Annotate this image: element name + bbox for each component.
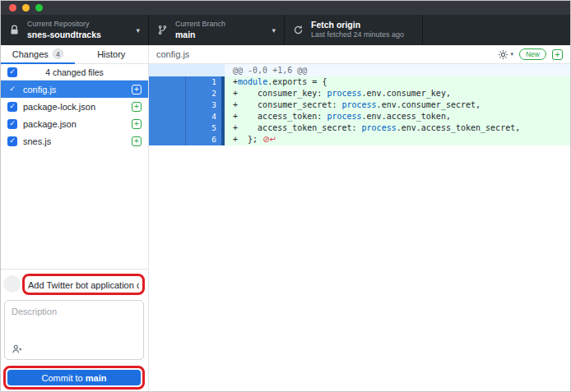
file-row[interactable]: ✓ config.js + [1,81,148,98]
hunk-header-text: @@ -0,0 +1,6 @@ [225,64,570,76]
commit-button-branch: main [86,373,107,383]
diff-line[interactable]: 4 + access_token: process.env.access_tok… [149,111,570,122]
chevron-down-icon: ▾ [260,26,276,35]
lock-icon [9,25,20,35]
file-list: ✓ config.js + ✓ package-lock.json + ✓ pa… [1,81,148,150]
diff-line[interactable]: 3 + consumer_secret: process.env.consume… [149,99,570,111]
avatar [3,275,21,293]
diff-gutter-old[interactable] [149,99,185,111]
close-window-button[interactable] [9,4,16,12]
diff-line-code: + }; ⊘↵ [225,134,570,145]
repository-name: snes-soundtracks [27,30,101,40]
added-file-icon: + [552,49,563,60]
diff-line-code: + access_token_secret: process.env.acces… [225,122,570,134]
diff-gutter-old[interactable] [149,122,185,134]
sidebar-spacer [1,150,148,269]
diff-line-code: + access_token: process.env.access_token… [225,111,570,122]
repository-label: Current Repository [27,20,101,29]
diff-line[interactable]: 1 +module.exports = { [149,76,570,88]
diff-line-number[interactable]: 1 [185,76,221,88]
check-icon: ✓ [9,68,16,76]
diff-line[interactable]: 5 + access_token_secret: process.env.acc… [149,122,570,134]
file-row[interactable]: ✓ snes.js + [1,132,148,150]
file-name: package.json [23,119,126,129]
fetch-origin-label: Fetch origin [311,20,404,30]
changed-files-header: ✓ 4 changed files [1,64,148,81]
file-checkbox[interactable]: ✓ [7,102,17,112]
chevron-down-icon: ▾ [124,26,140,35]
toolbar: Current Repository snes-soundtracks ▾ Cu… [1,15,570,45]
commit-description-input[interactable] [5,301,143,342]
check-icon: ✓ [9,103,16,110]
diff-gutter-old[interactable] [149,88,185,99]
check-icon: ✓ [9,120,16,127]
diff-lines: 1 +module.exports = { 2 + consumer_key: … [149,76,570,145]
tab-changes-label: Changes [12,49,49,59]
file-added-icon: + [132,85,142,95]
select-all-checkbox[interactable]: ✓ [7,67,17,77]
diff-header: config.js ▾ New + [149,45,570,64]
changed-files-count: 4 changed files [45,67,104,77]
minimize-window-button[interactable] [22,4,30,12]
file-added-icon: + [132,119,142,129]
hunk-header-row[interactable]: @@ -0,0 +1,6 @@ [149,64,570,76]
file-checkbox[interactable]: ✓ [7,119,17,129]
branch-label: Current Branch [175,20,225,29]
maximize-window-button[interactable] [35,4,43,12]
file-added-icon: + [132,102,142,112]
titlebar [1,1,570,15]
diff-line-number[interactable]: 3 [185,99,221,111]
changes-sidebar: Changes 4 History ✓ 4 changed files ✓ co… [1,45,149,392]
diff-line-number[interactable]: 4 [185,111,221,122]
diff-line-number[interactable]: 5 [185,122,221,134]
file-added-icon: + [132,136,142,146]
diff-pane: config.js ▾ New + @@ -0,0 +1,6 @@ 1 [149,45,570,392]
commit-description-box [4,300,144,360]
current-branch-dropdown[interactable]: Current Branch main ▾ [149,15,285,45]
diff-line-number[interactable]: 2 [185,88,221,99]
diff-file-name: config.js [156,49,498,59]
hunk-gutter [149,64,225,76]
diff-options-button[interactable]: ▾ [498,49,513,60]
annotation-commit-highlight: Commit to main [3,366,145,390]
diff-line[interactable]: 2 + consumer_key: process.env.consumer_k… [149,88,570,99]
diff-line-number[interactable]: 6 [185,134,221,145]
diff-line-code: + consumer_secret: process.env.consumer_… [225,99,570,111]
commit-form: Commit to main [1,269,148,392]
commit-to-main-button[interactable]: Commit to main [7,370,141,385]
file-name: snes.js [23,136,126,146]
tab-history-label: History [97,49,125,59]
new-file-badge: New [519,48,546,60]
file-name: config.js [23,85,126,95]
file-row[interactable]: ✓ package-lock.json + [1,98,148,115]
tab-history[interactable]: History [75,45,149,64]
annotation-summary-highlight [22,274,145,295]
tab-changes[interactable]: Changes 4 [1,45,75,64]
changes-count-badge: 4 [53,48,63,59]
github-desktop-window: Current Repository snes-soundtracks ▾ Cu… [0,0,571,392]
commit-summary-input[interactable] [28,280,139,290]
diff-line[interactable]: 6 + }; ⊘↵ [149,134,570,145]
diff-line-code: + consumer_key: process.env.consumer_key… [225,88,570,99]
diff-gutter-old[interactable] [149,134,185,145]
file-checkbox[interactable]: ✓ [7,85,17,95]
gear-icon [498,49,508,60]
current-repository-dropdown[interactable]: Current Repository snes-soundtracks ▾ [1,15,149,45]
branch-name: main [175,30,225,40]
git-branch-icon [157,25,168,35]
diff-body: @@ -0,0 +1,6 @@ 1 +module.exports = { 2 … [149,64,570,145]
diff-gutter-old[interactable] [149,76,185,88]
diff-gutter-old[interactable] [149,111,185,122]
file-checkbox[interactable]: ✓ [7,136,17,146]
file-row[interactable]: ✓ package.json + [1,115,148,132]
chevron-down-icon: ▾ [510,51,513,58]
sync-icon [293,25,304,35]
check-icon: ✓ [9,137,16,145]
fetch-origin-button[interactable]: Fetch origin Last fetched 24 minutes ago [285,15,423,45]
add-coauthor-icon[interactable] [12,344,23,355]
toolbar-spacer [423,15,570,45]
sidebar-tabs: Changes 4 History [1,45,148,64]
check-icon: ✓ [9,85,16,93]
last-fetched-status: Last fetched 24 minutes ago [311,30,404,39]
diff-line-code: +module.exports = { [225,76,570,88]
